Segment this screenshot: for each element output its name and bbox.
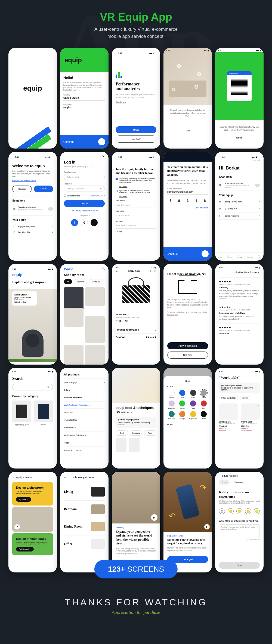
feedback-textarea[interactable]: Coolios" is a slang term and it doesn't … <box>219 524 260 538</box>
not-now-button[interactable]: Not now <box>167 352 208 359</box>
search-input[interactable]: 🔍 <box>12 384 53 390</box>
radio-profile[interactable] <box>116 190 118 192</box>
password-input[interactable]: Enter you password 👁 <box>64 186 105 192</box>
radio-family[interactable] <box>116 178 118 180</box>
country-select[interactable]: United States <box>63 97 105 101</box>
tab-showrooms[interactable]: Showrooms <box>231 480 247 485</box>
category-pill[interactable]: Category <box>130 430 142 436</box>
read-more-link[interactable]: Read more <box>116 101 156 103</box>
nav-favorite[interactable]: ♡Favorite <box>247 255 253 258</box>
list-item[interactable]: Home textiles <box>64 416 105 424</box>
chip-price[interactable]: Price: low to high <box>219 396 238 400</box>
code-digit[interactable]: 8 <box>176 199 183 204</box>
nav-explore[interactable]: ⊕Explore <box>227 255 232 258</box>
logout-link[interactable]: Log out <box>219 159 260 161</box>
login-submit[interactable]: Log in <box>64 200 105 207</box>
apple-icon[interactable] <box>91 219 98 226</box>
code-digit[interactable]: 8 <box>202 199 208 204</box>
okay-button[interactable]: Okay <box>116 126 156 133</box>
tab-all[interactable]: All <box>64 279 72 284</box>
face-4[interactable]: 😊 <box>245 508 251 514</box>
list-item[interactable]: kitchenware & tabeware <box>64 432 105 439</box>
product-card[interactable]: SYMFONISK WiFi bookshelf speaker, black … <box>12 291 37 306</box>
nav-profile[interactable]: ☺Profile <box>237 255 242 258</box>
list-item[interactable]: Rugs <box>64 439 105 447</box>
face-3[interactable]: 🙂 <box>236 508 242 514</box>
list-item[interactable]: Home decor <box>64 424 105 432</box>
resend-link[interactable]: Send new code <box>167 207 208 209</box>
code-digit[interactable]: 5 <box>167 199 174 204</box>
color-swatch[interactable]: White <box>167 390 176 398</box>
product-card[interactable]: ♡ Writing Desk Shelf 17.5"W x 15.5"D x… … <box>241 403 260 431</box>
send-button[interactable]: Send <box>219 562 260 569</box>
skip-button[interactable]: Skip <box>163 130 212 132</box>
list-item[interactable]: Furniture <box>64 409 105 416</box>
color-swatch[interactable]: Steel <box>200 390 208 398</box>
nav-cart[interactable]: 🛍Cart <box>258 255 261 258</box>
continue-bar[interactable]: Continue → <box>163 247 212 261</box>
get-started-button[interactable]: Get Started → <box>16 547 34 551</box>
category-item[interactable]: Sleek design of the KULLEN chest… <box>12 400 31 427</box>
facebook-icon[interactable]: f <box>71 219 78 226</box>
play-icon[interactable]: ▶ <box>204 524 210 529</box>
product-card[interactable]: ♡ Writing Desk Shelf 17.5"W x 15.5"D x… … <box>219 403 238 431</box>
color-swatch[interactable]: Clay <box>189 390 197 398</box>
allow-notification-button[interactable]: Allow notification <box>167 342 208 349</box>
language-select[interactable]: English <box>63 106 105 110</box>
close-icon[interactable]: ✕ <box>64 155 105 158</box>
sort-by[interactable]: Sort by: Most Recent ⌄ <box>219 271 260 273</box>
room-living[interactable]: Living <box>64 483 105 501</box>
color-swatch[interactable]: Blue Gren <box>167 411 176 420</box>
tab-living[interactable]: Living roo <box>89 279 103 284</box>
sort-pill[interactable]: Sort <box>116 430 128 436</box>
chip-brown[interactable]: Brown <box>240 396 250 400</box>
remember-checkbox[interactable]: Remember Me <box>64 195 80 197</box>
done-button[interactable]: Done <box>215 136 264 139</box>
google-icon[interactable]: G <box>81 219 88 226</box>
eye-icon[interactable]: 👁 <box>100 188 102 190</box>
face-2[interactable]: 😐 <box>228 508 234 514</box>
heart-icon[interactable]: ♡ <box>235 405 237 407</box>
location-row[interactable]: ⊙Booklyn, NY› <box>219 205 260 212</box>
tab-bedroom[interactable]: Bedroom <box>74 279 87 284</box>
heart-icon[interactable]: ♡ <box>257 405 259 407</box>
list-item[interactable]: Plants and planters <box>64 447 105 454</box>
color-swatch[interactable]: Blue <box>178 390 187 398</box>
family-card-row[interactable]: ▭equip Family card› <box>219 198 260 205</box>
list-item[interactable]: Popular products⌃ <box>64 394 105 402</box>
email-input[interactable]: Enter an email <box>64 174 105 180</box>
login-button[interactable]: Log in <box>34 186 53 192</box>
face-5[interactable]: 😄 <box>254 508 260 514</box>
category-item[interactable]: Skruvby <box>34 400 53 427</box>
search-icon[interactable]: 🔍 <box>102 267 105 270</box>
product-info-section[interactable]: Product information⌄ <box>116 326 156 333</box>
kreative-row[interactable]: ◇equip Kreative› <box>219 212 260 220</box>
more-info-link[interactable]: More info <box>119 186 156 187</box>
more-info-link[interactable]: More info <box>119 196 156 198</box>
back-icon[interactable]: ← <box>116 270 118 273</box>
location-row[interactable]: ⊙Booklyn, NY› <box>12 229 53 235</box>
business-link[interactable]: equip for Business page. <box>12 179 53 182</box>
first-name-input[interactable]: Your first name <box>116 202 156 208</box>
birthdate-input[interactable]: Your date of birthdate <box>116 223 156 229</box>
signup-link[interactable]: Sign up <box>91 210 98 212</box>
continue-bar[interactable]: Continue → <box>60 135 109 149</box>
room-bedroom[interactable]: Bedroom <box>64 501 105 518</box>
list-item[interactable]: Offers› <box>64 386 105 394</box>
share-icon[interactable]: ⇪ <box>150 270 152 273</box>
color-swatch[interactable]: Orange <box>178 411 187 420</box>
face-1[interactable]: ☹ <box>219 508 225 514</box>
color-swatch[interactable]: Purple <box>189 400 197 409</box>
last-name-input[interactable]: Your last name <box>116 213 156 218</box>
pause-icon[interactable]: ⏸ <box>14 524 20 529</box>
price-pill[interactable]: Price <box>144 430 156 436</box>
play-icon[interactable]: ▶ <box>151 514 157 521</box>
family-card-row[interactable]: ▭equip Family card› <box>12 224 53 229</box>
code-digit[interactable]: 3 <box>184 199 191 204</box>
list-item[interactable]: equip food & swedush restau… <box>64 402 105 409</box>
back-icon[interactable]: ← <box>12 476 15 479</box>
color-swatch[interactable]: Black <box>200 411 208 420</box>
color-swatch[interactable]: Supernova <box>189 411 197 420</box>
color-swatch[interactable]: Lavender <box>167 400 176 409</box>
scan-store-toggle[interactable]: ⊞Scan items in-storeScan products and sk… <box>219 180 260 190</box>
